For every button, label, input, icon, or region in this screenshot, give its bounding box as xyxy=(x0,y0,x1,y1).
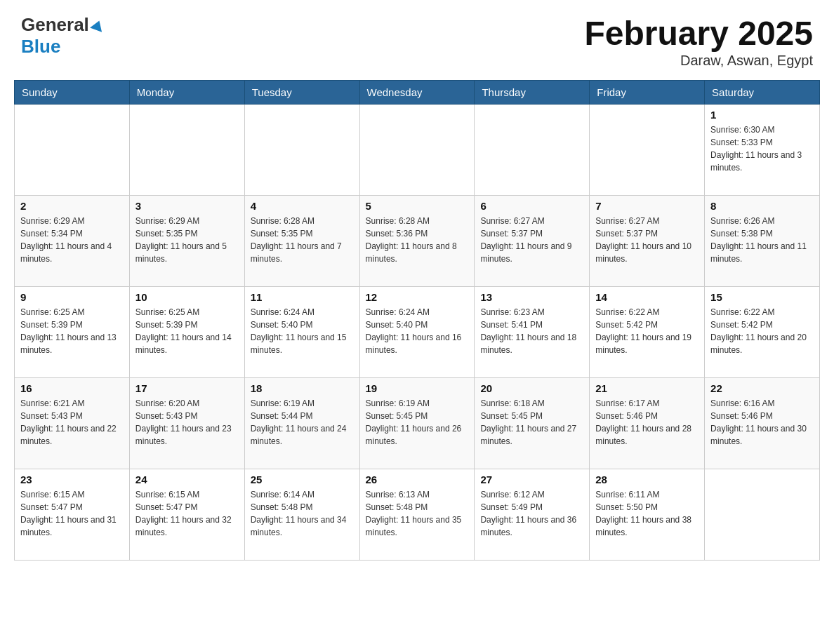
calendar-cell: 26Sunrise: 6:13 AMSunset: 5:48 PMDayligh… xyxy=(359,469,475,561)
calendar-table: Sunday Monday Tuesday Wednesday Thursday… xyxy=(14,80,820,561)
calendar-week-row: 1Sunrise: 6:30 AMSunset: 5:33 PMDaylight… xyxy=(15,105,820,196)
location: Daraw, Aswan, Egypt xyxy=(584,53,813,69)
day-info: Sunrise: 6:12 AMSunset: 5:49 PMDaylight:… xyxy=(480,488,583,539)
col-wednesday: Wednesday xyxy=(359,81,475,105)
day-info: Sunrise: 6:26 AMSunset: 5:38 PMDaylight:… xyxy=(710,215,814,265)
day-info: Sunrise: 6:15 AMSunset: 5:47 PMDaylight:… xyxy=(20,488,124,539)
calendar-cell: 7Sunrise: 6:27 AMSunset: 5:37 PMDaylight… xyxy=(590,196,705,287)
day-info: Sunrise: 6:16 AMSunset: 5:46 PMDaylight:… xyxy=(710,397,814,448)
day-number: 24 xyxy=(135,474,239,485)
day-number: 8 xyxy=(710,200,814,212)
calendar-cell: 19Sunrise: 6:19 AMSunset: 5:45 PMDayligh… xyxy=(359,378,475,469)
day-number: 16 xyxy=(20,382,124,394)
day-info: Sunrise: 6:24 AMSunset: 5:40 PMDaylight:… xyxy=(251,306,354,356)
day-number: 7 xyxy=(595,200,699,212)
day-info: Sunrise: 6:27 AMSunset: 5:37 PMDaylight:… xyxy=(595,215,699,265)
day-info: Sunrise: 6:29 AMSunset: 5:35 PMDaylight:… xyxy=(135,215,239,265)
logo-blue: Blue xyxy=(21,36,60,57)
day-number: 3 xyxy=(135,200,239,212)
svg-marker-0 xyxy=(90,18,105,32)
calendar-week-row: 23Sunrise: 6:15 AMSunset: 5:47 PMDayligh… xyxy=(15,469,820,561)
calendar-cell: 2Sunrise: 6:29 AMSunset: 5:34 PMDaylight… xyxy=(15,196,130,287)
calendar-cell: 25Sunrise: 6:14 AMSunset: 5:48 PMDayligh… xyxy=(244,469,359,561)
calendar-cell: 12Sunrise: 6:24 AMSunset: 5:40 PMDayligh… xyxy=(359,287,475,378)
calendar-cell: 28Sunrise: 6:11 AMSunset: 5:50 PMDayligh… xyxy=(590,469,705,561)
day-info: Sunrise: 6:22 AMSunset: 5:42 PMDaylight:… xyxy=(595,306,699,356)
logo: General Blue xyxy=(21,14,105,58)
title-block: February 2025 Daraw, Aswan, Egypt xyxy=(584,14,813,69)
day-info: Sunrise: 6:13 AMSunset: 5:48 PMDaylight:… xyxy=(366,488,469,539)
calendar-cell: 27Sunrise: 6:12 AMSunset: 5:49 PMDayligh… xyxy=(475,469,590,561)
calendar-cell: 22Sunrise: 6:16 AMSunset: 5:46 PMDayligh… xyxy=(705,378,820,469)
calendar-week-row: 16Sunrise: 6:21 AMSunset: 5:43 PMDayligh… xyxy=(15,378,820,469)
day-number: 2 xyxy=(20,200,124,212)
day-info: Sunrise: 6:24 AMSunset: 5:40 PMDaylight:… xyxy=(366,306,469,356)
day-info: Sunrise: 6:17 AMSunset: 5:46 PMDaylight:… xyxy=(595,397,699,448)
col-saturday: Saturday xyxy=(705,81,820,105)
day-info: Sunrise: 6:15 AMSunset: 5:47 PMDaylight:… xyxy=(135,488,239,539)
day-number: 17 xyxy=(135,382,239,394)
calendar-cell: 8Sunrise: 6:26 AMSunset: 5:38 PMDaylight… xyxy=(705,196,820,287)
day-number: 22 xyxy=(710,382,814,394)
calendar-cell: 4Sunrise: 6:28 AMSunset: 5:35 PMDaylight… xyxy=(244,196,359,287)
calendar-cell xyxy=(15,105,130,196)
calendar-cell: 14Sunrise: 6:22 AMSunset: 5:42 PMDayligh… xyxy=(590,287,705,378)
logo-text: General Blue xyxy=(21,14,105,58)
day-number: 18 xyxy=(251,382,354,394)
calendar-cell: 17Sunrise: 6:20 AMSunset: 5:43 PMDayligh… xyxy=(129,378,244,469)
day-number: 9 xyxy=(20,291,124,303)
day-number: 23 xyxy=(20,474,124,485)
day-info: Sunrise: 6:20 AMSunset: 5:43 PMDaylight:… xyxy=(135,397,239,448)
day-info: Sunrise: 6:28 AMSunset: 5:35 PMDaylight:… xyxy=(251,215,354,265)
day-info: Sunrise: 6:11 AMSunset: 5:50 PMDaylight:… xyxy=(595,488,699,539)
day-info: Sunrise: 6:25 AMSunset: 5:39 PMDaylight:… xyxy=(20,306,124,356)
day-info: Sunrise: 6:21 AMSunset: 5:43 PMDaylight:… xyxy=(20,397,124,448)
calendar-cell: 15Sunrise: 6:22 AMSunset: 5:42 PMDayligh… xyxy=(705,287,820,378)
calendar-cell: 20Sunrise: 6:18 AMSunset: 5:45 PMDayligh… xyxy=(475,378,590,469)
day-number: 1 xyxy=(710,109,814,121)
day-number: 14 xyxy=(595,291,699,303)
calendar-cell: 10Sunrise: 6:25 AMSunset: 5:39 PMDayligh… xyxy=(129,287,244,378)
col-friday: Friday xyxy=(590,81,705,105)
day-number: 13 xyxy=(480,291,583,303)
day-number: 27 xyxy=(480,474,583,485)
day-number: 20 xyxy=(480,382,583,394)
calendar-cell: 24Sunrise: 6:15 AMSunset: 5:47 PMDayligh… xyxy=(129,469,244,561)
day-number: 12 xyxy=(366,291,469,303)
day-number: 10 xyxy=(135,291,239,303)
day-number: 15 xyxy=(710,291,814,303)
day-number: 6 xyxy=(480,200,583,212)
calendar-cell: 1Sunrise: 6:30 AMSunset: 5:33 PMDaylight… xyxy=(705,105,820,196)
col-monday: Monday xyxy=(129,81,244,105)
day-number: 25 xyxy=(251,474,354,485)
day-info: Sunrise: 6:23 AMSunset: 5:41 PMDaylight:… xyxy=(480,306,583,356)
calendar-cell: 6Sunrise: 6:27 AMSunset: 5:37 PMDaylight… xyxy=(475,196,590,287)
calendar-cell: 21Sunrise: 6:17 AMSunset: 5:46 PMDayligh… xyxy=(590,378,705,469)
day-info: Sunrise: 6:25 AMSunset: 5:39 PMDaylight:… xyxy=(135,306,239,356)
day-info: Sunrise: 6:18 AMSunset: 5:45 PMDaylight:… xyxy=(480,397,583,448)
calendar-week-row: 9Sunrise: 6:25 AMSunset: 5:39 PMDaylight… xyxy=(15,287,820,378)
day-info: Sunrise: 6:27 AMSunset: 5:37 PMDaylight:… xyxy=(480,215,583,265)
calendar-cell xyxy=(244,105,359,196)
logo-general: General xyxy=(21,14,89,36)
calendar-cell: 11Sunrise: 6:24 AMSunset: 5:40 PMDayligh… xyxy=(244,287,359,378)
calendar-cell: 16Sunrise: 6:21 AMSunset: 5:43 PMDayligh… xyxy=(15,378,130,469)
month-title: February 2025 xyxy=(584,14,813,53)
day-number: 26 xyxy=(366,474,469,485)
calendar-cell: 18Sunrise: 6:19 AMSunset: 5:44 PMDayligh… xyxy=(244,378,359,469)
logo-arrow-icon xyxy=(90,18,105,33)
col-tuesday: Tuesday xyxy=(244,81,359,105)
calendar-cell: 23Sunrise: 6:15 AMSunset: 5:47 PMDayligh… xyxy=(15,469,130,561)
day-info: Sunrise: 6:19 AMSunset: 5:44 PMDaylight:… xyxy=(251,397,354,448)
calendar-cell xyxy=(359,105,475,196)
day-info: Sunrise: 6:28 AMSunset: 5:36 PMDaylight:… xyxy=(366,215,469,265)
day-info: Sunrise: 6:22 AMSunset: 5:42 PMDaylight:… xyxy=(710,306,814,356)
calendar-header-row: Sunday Monday Tuesday Wednesday Thursday… xyxy=(15,81,820,105)
calendar-cell: 5Sunrise: 6:28 AMSunset: 5:36 PMDaylight… xyxy=(359,196,475,287)
day-info: Sunrise: 6:14 AMSunset: 5:48 PMDaylight:… xyxy=(251,488,354,539)
calendar-cell: 9Sunrise: 6:25 AMSunset: 5:39 PMDaylight… xyxy=(15,287,130,378)
calendar-cell xyxy=(590,105,705,196)
day-info: Sunrise: 6:30 AMSunset: 5:33 PMDaylight:… xyxy=(710,123,814,174)
calendar-cell: 3Sunrise: 6:29 AMSunset: 5:35 PMDaylight… xyxy=(129,196,244,287)
calendar-cell xyxy=(129,105,244,196)
